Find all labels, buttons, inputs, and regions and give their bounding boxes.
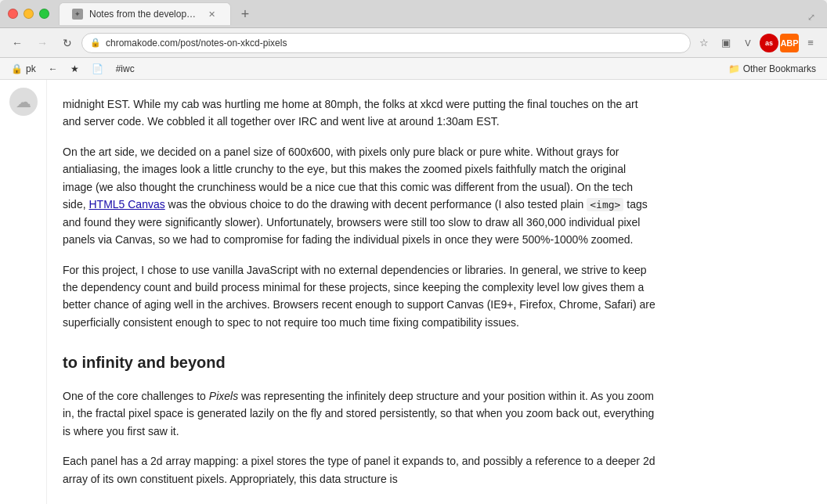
window-controls <box>8 9 49 19</box>
security-icon: 🔒 <box>11 63 23 74</box>
extension-vimium[interactable]: V <box>738 33 758 53</box>
back-arrow-icon: ← <box>49 63 58 74</box>
resize-icon: ⤢ <box>804 9 819 25</box>
bookmark-label-pk: pk <box>26 63 36 74</box>
forward-button[interactable]: → <box>31 32 53 54</box>
nav-bar: ← → ↻ 🔒 chromakode.com/post/notes-on-xkc… <box>0 28 827 58</box>
other-bookmarks-label: Other Bookmarks <box>743 63 816 74</box>
html5-canvas-link[interactable]: HTML5 Canvas <box>88 198 164 211</box>
page-icon: 📄 <box>92 63 103 74</box>
new-tab-button[interactable]: + <box>234 3 256 25</box>
tabs-bar: ✦ Notes from the developme ✕ + ⤢ <box>59 2 819 25</box>
tab-close-button[interactable]: ✕ <box>205 8 218 20</box>
bookmark-iwc-label: #iwc <box>116 63 135 74</box>
pixels-italic: Pixels <box>209 390 238 402</box>
core-challenges-start: One of the core challenges to <box>63 390 209 402</box>
bookmark-star[interactable]: ★ <box>66 62 84 76</box>
bookmark-security[interactable]: 🔒 pk <box>6 62 41 76</box>
tab-search-button[interactable]: ▣ <box>716 33 736 53</box>
main-content[interactable]: midnight EST. While my cab was hurtling … <box>47 80 827 504</box>
bookmarks-bar: 🔒 pk ← ★ 📄 #iwc 📁 Other Bookmarks <box>0 58 827 80</box>
para-intro: midnight EST. While my cab was hurtling … <box>63 95 658 131</box>
bookmark-star-icon: ★ <box>70 63 79 74</box>
lastfm-extension[interactable]: as <box>760 34 778 52</box>
bookmark-page[interactable]: 📄 <box>87 62 108 76</box>
bookmark-iwc[interactable]: #iwc <box>111 62 139 76</box>
bookmarks-right: 📁 Other Bookmarks <box>724 62 821 76</box>
para-art-side: On the art side, we decided on a panel s… <box>63 143 658 249</box>
minimize-button[interactable] <box>23 9 34 19</box>
lock-icon: 🔒 <box>90 38 101 48</box>
nav-actions: ☆ ▣ V as ABP ≡ <box>694 33 821 53</box>
star-button[interactable]: ☆ <box>694 33 714 53</box>
title-bar: ✦ Notes from the developme ✕ + ⤢ <box>0 0 827 28</box>
maximize-button[interactable] <box>39 9 49 19</box>
img-code: <img> <box>587 198 623 211</box>
active-tab[interactable]: ✦ Notes from the developme ✕ <box>59 2 231 25</box>
sidebar: ☁ <box>0 80 47 504</box>
back-button[interactable]: ← <box>6 32 28 54</box>
tab-favicon: ✦ <box>72 9 83 20</box>
address-bar[interactable]: 🔒 chromakode.com/post/notes-on-xkcd-pixe… <box>81 33 691 53</box>
adblock-extension[interactable]: ABP <box>780 34 799 52</box>
folder-icon: 📁 <box>728 63 740 74</box>
browser-window: ✦ Notes from the developme ✕ + ⤢ ← → ↻ 🔒… <box>0 0 827 504</box>
article-body: midnight EST. While my cab was hurtling … <box>63 95 658 488</box>
other-bookmarks[interactable]: 📁 Other Bookmarks <box>724 62 821 76</box>
reload-button[interactable]: ↻ <box>56 32 78 54</box>
content-area: ☁ midnight EST. While my cab was hurtlin… <box>0 80 827 504</box>
para-vanilla-js: For this project, I chose to use vanilla… <box>63 261 658 332</box>
para-core-challenges: One of the core challenges to Pixels was… <box>63 387 658 440</box>
url-text: chromakode.com/post/notes-on-xkcd-pixels <box>106 38 682 49</box>
para-art-mid: was the obvious choice to do the drawing… <box>165 198 587 211</box>
bookmark-back[interactable]: ← <box>44 62 63 76</box>
tab-title: Notes from the developme <box>89 9 199 20</box>
para-2d-array: Each panel has a 2d array mapping: a pix… <box>63 452 658 488</box>
close-button[interactable] <box>8 9 18 19</box>
menu-button[interactable]: ≡ <box>800 33 821 53</box>
section-heading-infinity: to infinity and beyond <box>63 350 658 375</box>
avatar: ☁ <box>9 88 38 116</box>
